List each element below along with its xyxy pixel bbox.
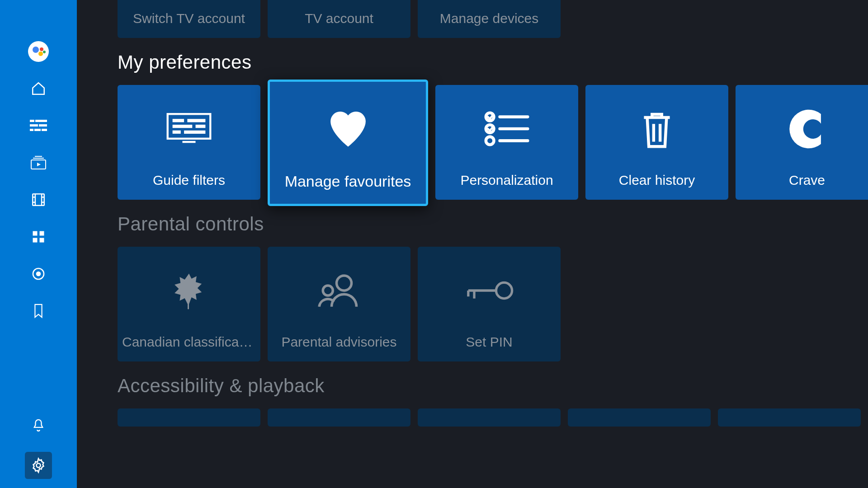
tile-personalization[interactable]: Personalization [435,85,578,200]
tile-label: Personalization [435,173,578,200]
bookmark-icon [33,303,44,319]
home-icon [31,81,46,96]
account-icon [268,0,410,11]
svg-rect-0 [30,120,34,122]
svg-rect-6 [42,129,47,131]
maple-leaf-icon [118,247,260,334]
bell-icon [31,418,46,433]
svg-point-41 [486,137,494,145]
svg-rect-3 [39,124,47,127]
crave-icon [736,85,868,173]
svg-rect-1 [35,120,47,122]
svg-rect-8 [33,194,44,206]
tile-parental-advisories[interactable]: Parental advisories [268,247,410,361]
sidebar-home[interactable] [28,78,49,99]
svg-rect-17 [33,238,38,243]
devices-icon [418,0,561,11]
tile-label: Manage devices [418,11,561,38]
sidebar-assistant[interactable] [28,41,49,62]
tile-accessibility-3[interactable] [418,408,561,427]
tile-label: Clear history [585,173,728,200]
assistant-icon [28,41,49,62]
key-icon [418,247,561,334]
svg-point-20 [37,272,40,276]
sidebar-movies[interactable] [28,189,49,211]
svg-point-21 [37,464,41,468]
svg-rect-18 [40,238,44,243]
svg-rect-15 [33,231,38,236]
film-icon [31,192,46,207]
people-icon [268,247,410,334]
apps-icon [32,230,45,244]
tile-label: Crave [736,173,868,200]
tile-label: TV account [268,11,410,38]
tile-tv-account[interactable]: TV account [268,0,410,38]
tile-guide-filters[interactable]: Guide filters [118,85,260,200]
tile-label: Manage favourites [270,173,426,204]
tile-canadian-classification[interactable]: Canadian classificatio.. [118,247,260,361]
preferences-row: Guide filters Manage favourites Personal… [118,85,868,200]
section-title-parental: Parental controls [118,213,868,235]
sidebar-bookmark[interactable] [28,300,49,322]
switch-icon [118,0,260,11]
svg-rect-2 [30,124,38,127]
svg-rect-16 [40,231,44,236]
guide-filters-icon [118,85,260,173]
tile-accessibility-5[interactable] [718,408,861,427]
section-title-preferences: My preferences [118,52,868,73]
tile-accessibility-4[interactable] [568,408,711,427]
tile-manage-favourites[interactable]: Manage favourites [268,80,428,206]
tile-label: Parental advisories [268,334,410,361]
tile-manage-devices[interactable]: Manage devices [418,0,561,38]
svg-point-45 [337,276,352,291]
tile-clear-history[interactable]: Clear history [585,85,728,200]
ondemand-icon [30,155,47,170]
trash-icon [585,85,728,173]
sidebar-record[interactable] [28,263,49,285]
sidebar-ondemand[interactable] [28,152,49,174]
tile-label: Switch TV account [118,11,260,38]
tile-label: Guide filters [118,173,260,200]
tile-label: Set PIN [418,334,561,361]
tile-set-pin[interactable]: Set PIN [418,247,561,361]
tile-label: Canadian classificatio.. [118,334,260,361]
svg-rect-4 [30,129,33,131]
tile-crave[interactable]: Crave [736,85,868,200]
heart-icon [270,82,426,173]
svg-point-47 [496,282,512,298]
sidebar-apps[interactable] [28,226,49,248]
checklist-icon [435,85,578,173]
sidebar [0,0,77,488]
sidebar-settings[interactable] [25,452,52,479]
sidebar-notifications[interactable] [28,415,49,436]
record-icon [31,267,46,281]
parental-row: Canadian classificatio.. Parental adviso… [118,247,868,361]
main-content: Switch TV account TV account Manage devi… [77,0,868,488]
svg-point-46 [323,286,333,296]
svg-rect-5 [34,129,41,131]
section-title-accessibility: Accessibility & playback [118,375,868,397]
tile-accessibility-1[interactable] [118,408,260,427]
accessibility-row [118,408,868,427]
gear-icon [30,457,47,474]
guide-icon [30,119,47,132]
tile-switch-tv-account[interactable]: Switch TV account [118,0,260,38]
sidebar-guide[interactable] [28,115,49,136]
account-row: Switch TV account TV account Manage devi… [118,0,868,38]
tile-accessibility-2[interactable] [268,408,410,427]
